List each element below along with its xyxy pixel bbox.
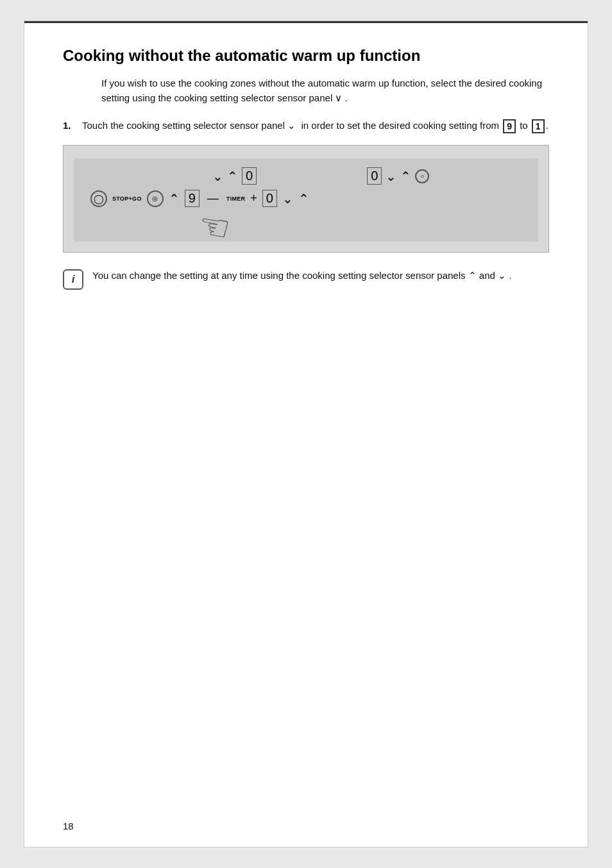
from-value-box: 9 (503, 119, 516, 133)
diagram-top-row: ⌄ ⌃ 0 0 ⌄ ⌃ ○ (84, 167, 528, 185)
top-chevron-down2: ⌄ (386, 169, 396, 184)
top-chevron-up: ⌃ (227, 169, 238, 184)
page-title: Cooking without the automatic warm up fu… (63, 47, 549, 65)
main-plus: + (250, 192, 257, 205)
top-border-line (24, 21, 588, 23)
top-circle-icon: ○ (415, 169, 429, 183)
top-chevron-down: ⌄ (212, 169, 223, 184)
page-number: 18 (63, 821, 74, 831)
left-chevron-up: ⌃ (169, 191, 180, 206)
right-chevron-up: ⌃ (298, 191, 309, 206)
intro-paragraph: If you wish to use the cooking zones wit… (101, 76, 549, 106)
main-digit-0: 0 (262, 190, 277, 207)
diagram-inner: ⌄ ⌃ 0 0 ⌄ ⌃ ○ ◯ STOP+GO ◎ ⌃ 9 (74, 158, 538, 242)
to-value-box: 1 (532, 119, 545, 133)
info-text: You can change the setting at any time u… (92, 268, 511, 283)
step-number: 1. (63, 118, 78, 133)
info-icon: i (63, 269, 83, 290)
top-digit-0-right: 0 (367, 167, 382, 185)
stop-go-label: STOP+GO (112, 196, 142, 202)
step-1-block: 1. Touch the cooking setting selector se… (63, 118, 549, 133)
right-chevron-down: ⌄ (282, 191, 293, 206)
target-icon: ◎ (147, 190, 164, 207)
top-chevron-up2: ⌃ (400, 169, 411, 184)
info-block: i You can change the setting at any time… (63, 268, 549, 290)
main-digit-9: 9 (185, 190, 200, 207)
hand-pointing-icon: ☞ (196, 208, 234, 248)
page: Cooking without the automatic warm up fu… (24, 21, 588, 847)
main-dash: — (207, 192, 219, 205)
control-panel-diagram: ⌄ ⌃ 0 0 ⌄ ⌃ ○ ◯ STOP+GO ◎ ⌃ 9 (63, 145, 549, 253)
power-icon: ◯ (90, 190, 107, 207)
timer-label: TIMER (226, 196, 246, 202)
step-1-text: Touch the cooking setting selector senso… (82, 118, 548, 133)
top-digit-0-left: 0 (242, 167, 257, 185)
diagram-main-row: ◯ STOP+GO ◎ ⌃ 9 — TIMER + 0 ⌄ ⌃ (84, 190, 528, 207)
